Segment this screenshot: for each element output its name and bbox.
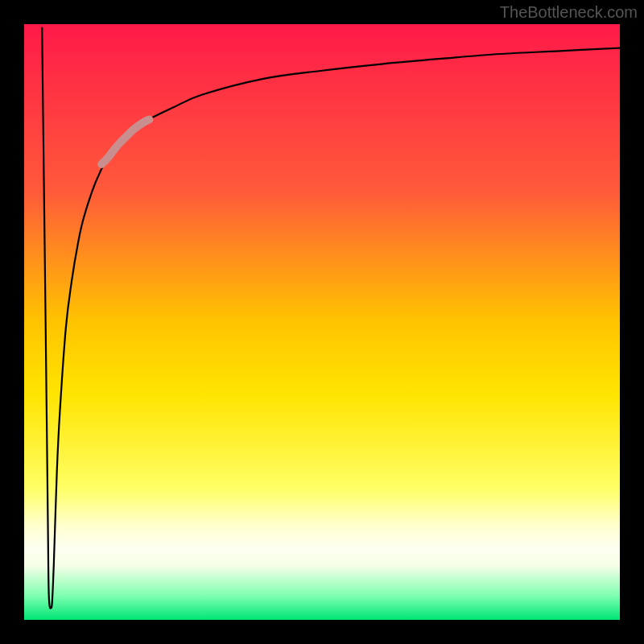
highlight-segment — [101, 119, 149, 164]
attribution-text: TheBottleneck.com — [500, 3, 638, 22]
main-curve — [42, 27, 620, 609]
chart-canvas — [24, 24, 620, 620]
